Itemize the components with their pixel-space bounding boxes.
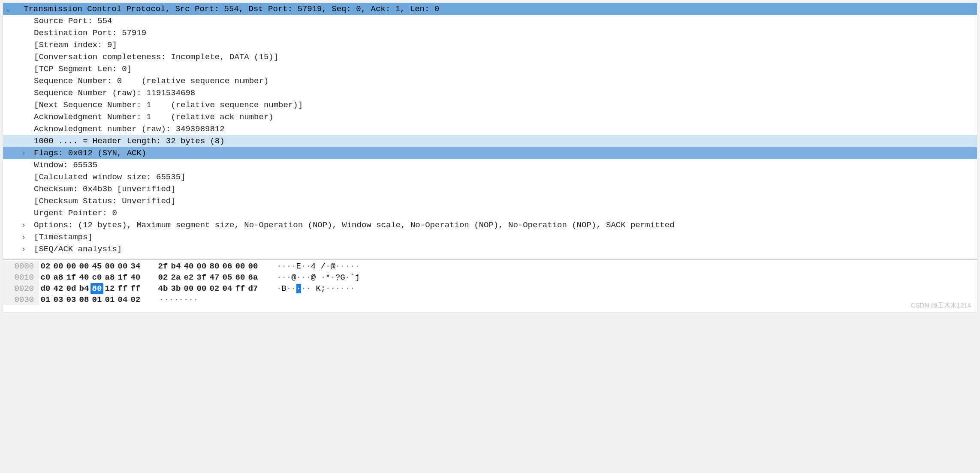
hex-byte[interactable]: 3b [169, 283, 182, 294]
hex-byte[interactable]: 00 [65, 261, 78, 272]
tcp-header-text: Transmission Control Protocol, Src Port:… [13, 3, 974, 15]
hex-ascii: ····E··4 /·@····· [259, 261, 360, 272]
chevron-right-icon[interactable]: › [3, 243, 34, 255]
hex-byte[interactable]: 00 [195, 261, 208, 272]
hex-byte[interactable]: d0 [39, 283, 52, 294]
hex-byte[interactable]: 02 [39, 261, 52, 272]
hex-byte[interactable]: c0 [90, 272, 103, 283]
hex-byte[interactable]: 1f [65, 272, 78, 283]
hex-byte[interactable]: 01 [90, 294, 103, 305]
hex-byte[interactable]: a8 [103, 272, 116, 283]
hex-byte[interactable]: 02 [208, 283, 221, 294]
hex-byte[interactable]: 3f [195, 272, 208, 283]
field-dst-port[interactable]: Destination Port: 57919 [3, 27, 977, 39]
hex-byte[interactable]: b4 [169, 261, 182, 272]
hex-offset: 0020 [3, 283, 39, 294]
field-checksum[interactable]: Checksum: 0x4b3b [unverified] [3, 183, 977, 195]
hex-byte[interactable]: 40 [78, 272, 90, 283]
hex-byte[interactable]: d7 [247, 283, 259, 294]
hex-byte[interactable]: 6a [247, 272, 259, 283]
hex-byte[interactable]: 2f [157, 261, 169, 272]
hex-byte[interactable]: a8 [52, 272, 65, 283]
hex-byte[interactable]: c0 [39, 272, 52, 283]
hex-byte[interactable]: 2a [169, 272, 182, 283]
field-ack-raw[interactable]: Acknowledgment number (raw): 3493989812 [3, 123, 977, 135]
hex-byte[interactable]: ff [129, 283, 142, 294]
hex-byte[interactable]: 80 [90, 283, 103, 294]
hex-row[interactable]: 00300103030801010402········ [3, 294, 977, 305]
chevron-right-icon[interactable]: › [3, 219, 34, 231]
hex-byte[interactable]: 00 [103, 261, 116, 272]
chevron-down-icon[interactable]: ⌄ [3, 3, 13, 15]
hex-byte[interactable]: 03 [52, 294, 65, 305]
chevron-right-icon[interactable]: › [3, 231, 34, 243]
field-window[interactable]: Window: 65535 [3, 159, 977, 171]
hex-byte[interactable]: 1f [116, 272, 129, 283]
hex-byte[interactable]: 00 [234, 261, 247, 272]
hex-byte[interactable]: 00 [247, 261, 259, 272]
field-header-length[interactable]: 1000 .... = Header Length: 32 bytes (8) [3, 135, 977, 147]
hex-byte[interactable]: 4b [157, 283, 169, 294]
hex-byte[interactable]: 12 [103, 283, 116, 294]
hex-byte[interactable]: 34 [129, 261, 142, 272]
hex-byte[interactable]: 40 [129, 272, 142, 283]
field-conv-completeness[interactable]: [Conversation completeness: Incomplete, … [3, 51, 977, 63]
hex-ascii: ·B····· K;······ [259, 283, 355, 294]
field-stream-index[interactable]: [Stream index: 9] [3, 39, 977, 51]
hex-row[interactable]: 000002000000450000342fb4400080060000····… [3, 261, 977, 272]
field-seg-len[interactable]: [TCP Segment Len: 0] [3, 63, 977, 75]
hex-byte[interactable]: 0d [65, 283, 78, 294]
hex-byte[interactable]: 00 [52, 261, 65, 272]
field-chk-status[interactable]: [Checksum Status: Unverified] [3, 195, 977, 207]
hex-byte[interactable]: 02 [129, 294, 142, 305]
chevron-right-icon[interactable]: › [3, 147, 34, 159]
hex-byte[interactable]: ff [234, 283, 247, 294]
tcp-header-row[interactable]: ⌄ Transmission Control Protocol, Src Por… [3, 3, 977, 15]
field-seq-raw[interactable]: Sequence Number (raw): 1191534698 [3, 87, 977, 99]
field-flags[interactable]: › Flags: 0x012 (SYN, ACK) [3, 147, 977, 159]
field-src-port[interactable]: Source Port: 554 [3, 15, 977, 27]
field-seq-num[interactable]: Sequence Number: 0 (relative sequence nu… [3, 75, 977, 87]
hex-byte[interactable]: 04 [221, 283, 234, 294]
field-timestamps[interactable]: › [Timestamps] [3, 231, 977, 243]
field-seqack[interactable]: › [SEQ/ACK analysis] [3, 243, 977, 255]
hex-byte[interactable]: 02 [157, 272, 169, 283]
hex-byte[interactable]: 40 [182, 261, 195, 272]
field-urgent[interactable]: Urgent Pointer: 0 [3, 207, 977, 219]
packet-details-pane[interactable]: ⌄ Transmission Control Protocol, Src Por… [3, 3, 977, 259]
hex-byte[interactable]: 45 [90, 261, 103, 272]
hex-row[interactable]: 0010c0a81f40c0a81f40022ae23f4705606a···@… [3, 272, 977, 283]
packet-bytes-pane[interactable]: 000002000000450000342fb4400080060000····… [3, 259, 977, 313]
hex-byte[interactable]: 60 [234, 272, 247, 283]
hex-byte[interactable]: 01 [39, 294, 52, 305]
hex-offset: 0010 [3, 272, 39, 283]
hex-byte[interactable]: 03 [65, 294, 78, 305]
hex-byte[interactable]: 47 [208, 272, 221, 283]
hex-byte[interactable]: 04 [116, 294, 129, 305]
field-next-seq[interactable]: [Next Sequence Number: 1 (relative seque… [3, 99, 977, 111]
hex-byte[interactable]: 06 [221, 261, 234, 272]
hex-offset: 0030 [3, 294, 39, 305]
hex-byte[interactable]: 00 [78, 261, 90, 272]
hex-byte[interactable]: 01 [103, 294, 116, 305]
hex-byte[interactable]: e2 [182, 272, 195, 283]
watermark-text: CSDN @王木木1214 [911, 301, 971, 310]
hex-ascii: ···@···@ ·*·?G·`j [259, 272, 360, 283]
hex-byte[interactable]: 80 [208, 261, 221, 272]
hex-byte[interactable]: 42 [52, 283, 65, 294]
hex-byte[interactable]: 00 [182, 283, 195, 294]
hex-row[interactable]: 0020d0420db48012ffff4b3b00000204ffd7·B··… [3, 283, 977, 294]
hex-byte[interactable]: 00 [116, 261, 129, 272]
hex-byte[interactable]: 05 [221, 272, 234, 283]
hex-ascii: ········ [142, 294, 198, 305]
hex-byte[interactable]: 00 [195, 283, 208, 294]
hex-byte[interactable]: ff [116, 283, 129, 294]
field-ack-num[interactable]: Acknowledgment Number: 1 (relative ack n… [3, 111, 977, 123]
hex-byte[interactable]: 08 [78, 294, 90, 305]
hex-byte[interactable]: b4 [78, 283, 90, 294]
field-options[interactable]: › Options: (12 bytes), Maximum segment s… [3, 219, 977, 231]
field-calc-win[interactable]: [Calculated window size: 65535] [3, 171, 977, 183]
hex-offset: 0000 [3, 261, 39, 272]
